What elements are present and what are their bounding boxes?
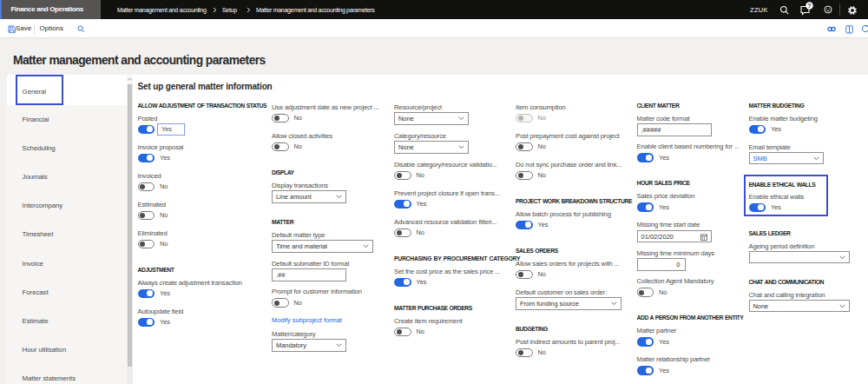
svg-text:?: ? xyxy=(808,3,812,9)
